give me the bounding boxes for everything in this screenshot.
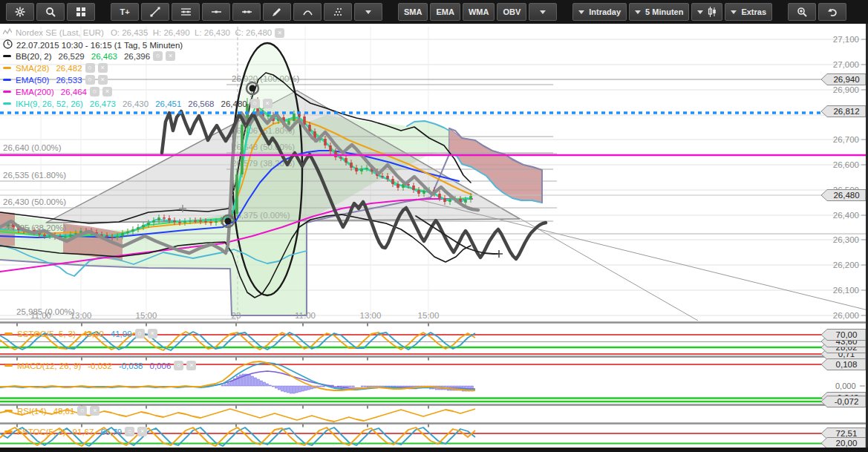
layout-button[interactable] xyxy=(67,3,95,21)
svg-text:15:00: 15:00 xyxy=(136,311,157,320)
svg-text:26,480: 26,480 xyxy=(833,191,859,200)
indicators-dropdown[interactable] xyxy=(529,3,557,21)
ikh-senkou-b-value: 26,480 xyxy=(221,99,247,108)
settings-circle-icon[interactable]: ○ xyxy=(90,87,99,96)
text-tool-button[interactable]: T+ xyxy=(111,3,139,21)
trendline-tool-button[interactable] xyxy=(141,3,169,21)
fstoc-swatch xyxy=(4,430,13,433)
toolbar-group-timeframe: Intraday 5 Minuten Extras xyxy=(572,3,774,21)
instrument-name: Nordex SE (Last, EUR) xyxy=(16,28,104,37)
legend-row-sma: SMA(28) 26,482 ○× xyxy=(3,63,108,73)
sma-button[interactable]: SMA xyxy=(398,3,428,21)
timeframe-dropdown[interactable]: 5 Minuten xyxy=(629,3,689,21)
drawing-tools-dropdown[interactable] xyxy=(354,3,382,21)
horizontal-ray-tool-button[interactable] xyxy=(232,3,261,21)
intraday-dropdown[interactable]: Intraday xyxy=(572,3,627,21)
search-button[interactable] xyxy=(36,3,65,21)
grid-layout-icon xyxy=(76,7,86,17)
svg-text:26,100: 26,100 xyxy=(833,286,859,295)
settings-circle-icon[interactable]: ○ xyxy=(250,99,260,108)
settings-circle-icon[interactable]: ○ xyxy=(85,63,95,73)
svg-text:23: 23 xyxy=(232,311,241,320)
svg-text:0,108: 0,108 xyxy=(836,360,858,369)
macd-value: -0,032 xyxy=(88,361,112,370)
svg-text:11:00: 11:00 xyxy=(295,311,316,320)
close-icon[interactable]: × xyxy=(275,28,284,38)
sstoc-d-value: 41,99 xyxy=(111,330,132,338)
settings-circle-icon[interactable]: ○ xyxy=(85,75,95,85)
arc-tool-button[interactable] xyxy=(293,3,322,21)
ema50-value: 26,533 xyxy=(56,76,82,85)
settings-circle-icon[interactable]: ○ xyxy=(174,361,183,370)
fstoc-label: FSTOC(5, 3) xyxy=(17,428,66,436)
svg-text:26,812: 26,812 xyxy=(833,107,859,116)
toolbar-group-indicators: SMA EMA WMA OBV xyxy=(398,3,559,21)
chevron-down-icon xyxy=(365,10,371,14)
legend-row-ema50: EMA(50) 26,533 ○× xyxy=(3,75,108,85)
ikh-senkou-a-value: 26,568 xyxy=(188,99,214,108)
gear-icon xyxy=(15,7,25,17)
timeframe-label: 5 Minuten xyxy=(645,7,683,16)
chart-canvas[interactable]: 26,640 (0.00%)26,535 (61.80%)26,430 (50.… xyxy=(0,0,868,452)
close-icon[interactable]: × xyxy=(166,51,175,61)
settings-circle-icon[interactable]: ○ xyxy=(125,427,134,436)
undo-button[interactable] xyxy=(818,3,846,21)
ikh-chikou-value: 26,451 xyxy=(155,99,181,108)
svg-text:26,400: 26,400 xyxy=(833,211,859,220)
svg-text:15:00: 15:00 xyxy=(418,311,440,320)
svg-text:26,430 (50.00%): 26,430 (50.00%) xyxy=(3,197,66,206)
chart-type-dropdown[interactable] xyxy=(691,3,722,21)
svg-text:26,300: 26,300 xyxy=(833,235,859,244)
rsi-swatch xyxy=(4,410,13,412)
settings-circle-icon[interactable]: ○ xyxy=(135,329,145,338)
ikh-label: IKH(9, 26, 52, 26) xyxy=(16,99,83,108)
svg-text:27,000: 27,000 xyxy=(833,60,859,69)
close-icon[interactable]: × xyxy=(263,99,273,108)
obv-button[interactable]: OBV xyxy=(497,3,526,21)
ema-button[interactable]: EMA xyxy=(430,3,460,21)
undo-icon xyxy=(827,7,838,17)
zoom-in-button[interactable] xyxy=(788,3,816,21)
ikh-kijun-value: 26,430 xyxy=(123,99,149,108)
dots-pattern-icon xyxy=(333,7,343,17)
freehand-tool-button[interactable] xyxy=(263,3,291,21)
pattern-tool-button[interactable] xyxy=(324,3,352,21)
settings-button[interactable] xyxy=(6,3,34,21)
svg-text:26,940: 26,940 xyxy=(833,75,859,84)
fstoc-k-value: 91,67 xyxy=(73,428,94,436)
close-icon[interactable]: × xyxy=(90,406,99,416)
wma-label: WMA xyxy=(469,7,489,16)
toolbar-group-general xyxy=(6,3,97,21)
toolbar-group-zoom xyxy=(788,3,849,21)
close-icon[interactable]: × xyxy=(98,75,108,85)
date-range-label: 22.07.2015 10:30 - 16:15 (1 Tag, 5 Minut… xyxy=(16,41,183,50)
close-icon[interactable]: × xyxy=(186,361,196,370)
close-icon[interactable]: × xyxy=(148,329,157,338)
bb-upper-value: 26,529 xyxy=(59,52,85,61)
legend-row-ikh: IKH(9, 26, 52, 26) 26,473 26,430 26,451 … xyxy=(3,99,273,108)
top-toolbar: T+ SMA EMA WMA OBV Intraday 5 Minuten Ex… xyxy=(0,0,868,24)
settings-circle-icon[interactable]: ○ xyxy=(77,406,87,416)
fibonacci-tool-button[interactable] xyxy=(172,3,200,21)
obv-label: OBV xyxy=(503,7,521,16)
chevron-down-icon xyxy=(540,10,546,14)
text-plus-icon: T+ xyxy=(120,7,129,16)
sma-value: 26,482 xyxy=(56,64,82,73)
fstoc-d-value: 66,79 xyxy=(100,428,122,436)
svg-text:72,51: 72,51 xyxy=(836,429,858,438)
ema-label: EMA xyxy=(436,7,454,16)
svg-text:25,985 (0.00%): 25,985 (0.00%) xyxy=(16,307,75,316)
close-icon[interactable]: × xyxy=(137,427,147,436)
close-icon[interactable]: × xyxy=(98,63,108,73)
fibonacci-icon xyxy=(180,7,192,17)
ema200-value: 26,464 xyxy=(61,88,87,96)
svg-text:13:00: 13:00 xyxy=(360,311,382,320)
horizontal-line-tool-button[interactable] xyxy=(202,3,230,21)
settings-circle-icon[interactable]: ○ xyxy=(153,51,163,61)
wma-button[interactable]: WMA xyxy=(463,3,495,21)
ikh-tenkan-value: 26,473 xyxy=(90,99,116,108)
intraday-label: Intraday xyxy=(589,7,621,16)
trendline-icon xyxy=(150,7,160,17)
extras-dropdown[interactable]: Extras xyxy=(725,3,772,21)
close-icon[interactable]: × xyxy=(102,87,112,96)
